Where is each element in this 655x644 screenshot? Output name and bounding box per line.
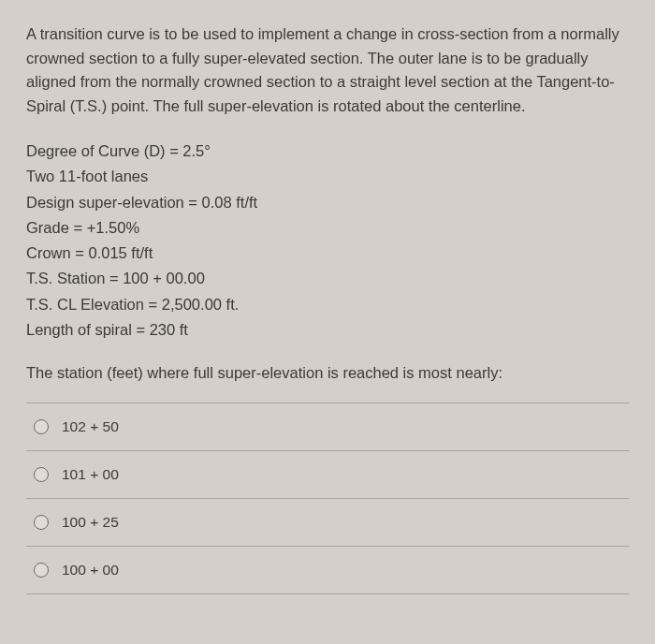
data-line-ts-elevation: T.S. CL Elevation = 2,500.00 ft.: [26, 292, 629, 317]
radio-icon: [34, 467, 49, 482]
radio-icon: [34, 419, 49, 434]
option-a[interactable]: 102 + 50: [26, 403, 629, 451]
data-line-superelevation: Design super-elevation = 0.08 ft/ft: [26, 190, 629, 215]
data-line-spiral-length: Length of spiral = 230 ft: [26, 317, 629, 343]
data-line-crown: Crown = 0.015 ft/ft: [26, 241, 629, 266]
option-label: 100 + 25: [62, 511, 119, 534]
option-b[interactable]: 101 + 00: [26, 451, 629, 499]
option-label: 102 + 50: [62, 416, 119, 438]
radio-icon: [34, 563, 49, 578]
data-line-grade: Grade = +1.50%: [26, 215, 629, 241]
problem-data: Degree of Curve (D) = 2.5° Two 11-foot l…: [26, 139, 629, 343]
option-label: 101 + 00: [62, 463, 119, 486]
problem-intro: A transition curve is to be used to impl…: [26, 22, 629, 118]
question-prompt: The station (feet) where full super-elev…: [26, 361, 629, 386]
option-label: 100 + 00: [62, 559, 119, 581]
radio-icon: [34, 515, 49, 530]
option-c[interactable]: 100 + 25: [26, 499, 629, 547]
option-d[interactable]: 100 + 00: [26, 547, 629, 594]
data-line-degree: Degree of Curve (D) = 2.5°: [26, 139, 629, 164]
data-line-lanes: Two 11-foot lanes: [26, 164, 629, 189]
options-list: 102 + 50 101 + 00 100 + 25 100 + 00: [26, 402, 629, 594]
data-line-ts-station: T.S. Station = 100 + 00.00: [26, 266, 629, 291]
